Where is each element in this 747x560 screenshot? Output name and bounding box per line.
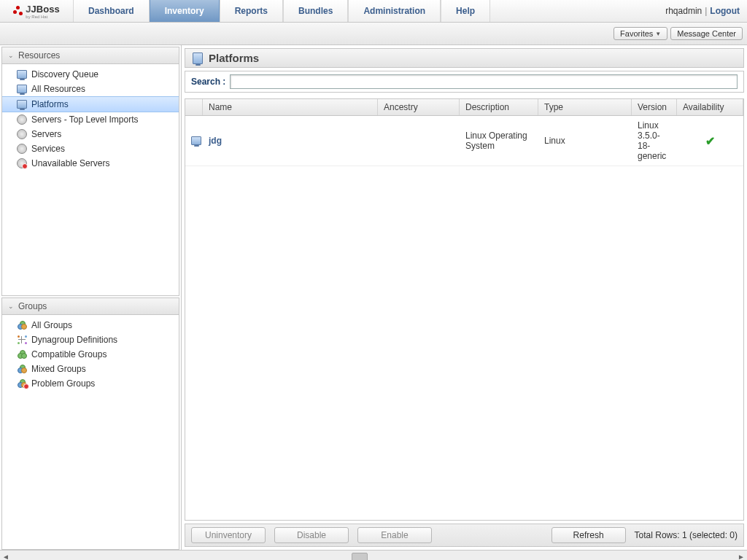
col-ancestry[interactable]: Ancestry (378, 99, 460, 115)
monitor-icon (193, 53, 203, 63)
sidebar: ⌄ Resources Discovery Queue All Resource… (0, 45, 182, 550)
resources-panel-header[interactable]: ⌄ Resources (2, 47, 179, 64)
tab-bundles[interactable]: Bundles (283, 0, 348, 22)
brand-name-text: JBoss (31, 4, 60, 15)
gear-icon (17, 114, 27, 125)
refresh-button[interactable]: Refresh (551, 527, 626, 543)
tab-help[interactable]: Help (441, 0, 490, 22)
sidebar-item-label: Dynagroup Definitions (31, 335, 117, 345)
chevron-down-icon: ⌄ (8, 303, 14, 310)
page-title: Platforms (209, 52, 259, 64)
sidebar-item-label: All Groups (31, 320, 72, 330)
col-type[interactable]: Type (538, 99, 632, 115)
resources-title: Resources (18, 50, 60, 61)
row-name-cell: jdg (203, 116, 378, 166)
sidebar-item-problem-groups[interactable]: Problem Groups (2, 376, 179, 391)
col-checkbox (185, 99, 203, 115)
groups-panel-header[interactable]: ⌄ Groups (2, 298, 179, 315)
col-version[interactable]: Version (632, 99, 677, 115)
sidebar-item-discovery-queue[interactable]: Discovery Queue (2, 67, 179, 82)
sidebar-item-servers[interactable]: Servers (2, 127, 179, 141)
tab-reports[interactable]: Reports (220, 0, 283, 22)
horizontal-scrollbar[interactable]: ◄ ► (0, 550, 747, 560)
row-availability-cell: ✔ (677, 116, 743, 166)
row-type-cell: Linux (538, 116, 632, 166)
message-center-button[interactable]: Message Center (670, 27, 743, 40)
sidebar-item-label: All Resources (31, 84, 85, 94)
resources-tree: Discovery Queue All Resources Platforms … (2, 64, 179, 174)
sidebar-item-all-groups[interactable]: All Groups (2, 318, 179, 332)
col-name[interactable]: Name (203, 99, 378, 115)
col-description[interactable]: Description (460, 99, 538, 115)
sub-toolbar: Favorites ▼ Message Center (0, 23, 747, 45)
row-count-status: Total Rows: 1 (selected: 0) (635, 530, 738, 540)
brand-subtitle: by Red Hat (26, 15, 59, 19)
table-row[interactable]: jdg Linux Operating System Linux Linux 3… (185, 116, 743, 166)
grid-header: Name Ancestry Description Type Version A… (185, 99, 743, 116)
sidebar-item-label: Servers (31, 129, 61, 139)
search-label: Search : (191, 77, 225, 87)
monitor-icon (17, 84, 27, 94)
sidebar-item-mixed-groups[interactable]: Mixed Groups (2, 362, 179, 376)
platform-link[interactable]: jdg (209, 136, 222, 146)
favorites-label: Favorites (620, 29, 653, 38)
resources-panel: ⌄ Resources Discovery Queue All Resource… (1, 47, 179, 296)
sidebar-item-servers-top-level[interactable]: Servers - Top Level Imports (2, 112, 179, 127)
disable-button[interactable]: Disable (274, 527, 349, 543)
row-version-cell: Linux 3.5.0-18-generic (632, 116, 677, 166)
col-availability[interactable]: Availability (677, 99, 743, 115)
sidebar-item-services[interactable]: Services (2, 141, 179, 156)
monitor-icon (17, 99, 27, 109)
tab-administration[interactable]: Administration (348, 0, 441, 22)
nav-tabs: Dashboard Inventory Reports Bundles Admi… (73, 0, 490, 22)
caret-down-icon: ▼ (655, 31, 661, 37)
dynagroup-icon (17, 335, 27, 345)
sidebar-item-label: Servers - Top Level Imports (31, 114, 139, 125)
groups-mixed-icon (17, 320, 27, 330)
brand-name: JJBoss (26, 4, 59, 15)
gear-alert-icon (17, 158, 27, 168)
sidebar-item-label: Platforms (31, 99, 69, 109)
monitor-icon (191, 136, 201, 146)
sidebar-item-label: Services (31, 144, 65, 154)
monitor-icon (17, 69, 27, 79)
sidebar-item-platforms[interactable]: Platforms (2, 96, 179, 112)
row-icon-cell (185, 116, 203, 166)
sidebar-item-label: Unavailable Servers (31, 158, 109, 168)
scroll-track[interactable] (12, 551, 735, 560)
sidebar-item-dynagroup[interactable]: Dynagroup Definitions (2, 332, 179, 347)
sidebar-item-unavailable-servers[interactable]: Unavailable Servers (2, 156, 179, 171)
tab-dashboard[interactable]: Dashboard (73, 0, 150, 22)
uninventory-button[interactable]: Uninventory (191, 527, 266, 543)
search-input[interactable] (230, 74, 738, 89)
chevron-down-icon: ⌄ (8, 52, 14, 59)
enable-button[interactable]: Enable (357, 527, 432, 543)
groups-panel: ⌄ Groups All Groups Dynagroup Definition… (1, 298, 179, 550)
platforms-grid: Name Ancestry Description Type Version A… (185, 98, 744, 521)
favorites-button[interactable]: Favorites ▼ (614, 27, 667, 40)
groups-tree: All Groups Dynagroup Definitions Compati… (2, 315, 179, 394)
top-nav-bar: JJBoss by Red Hat Dashboard Inventory Re… (0, 0, 747, 23)
gear-icon (17, 129, 27, 139)
groups-icon (17, 349, 27, 359)
scroll-right-icon[interactable]: ► (735, 553, 747, 561)
sidebar-item-all-resources[interactable]: All Resources (2, 82, 179, 96)
logo-dots-icon (13, 6, 23, 16)
scroll-thumb[interactable] (352, 553, 368, 560)
sidebar-item-compatible-groups[interactable]: Compatible Groups (2, 347, 179, 362)
logout-link[interactable]: Logout (710, 6, 740, 16)
sidebar-item-label: Compatible Groups (31, 349, 107, 359)
grid-body: jdg Linux Operating System Linux Linux 3… (185, 116, 743, 520)
groups-title: Groups (18, 301, 47, 311)
brand-logo: JJBoss by Red Hat (0, 0, 73, 22)
row-ancestry-cell (378, 116, 460, 166)
scroll-left-icon[interactable]: ◄ (0, 553, 12, 561)
groups-alert-icon (17, 378, 27, 389)
gear-icon (17, 144, 27, 154)
page-title-bar: Platforms (185, 48, 744, 68)
main-content: Platforms Search : Name Ancestry Descrip… (182, 45, 747, 550)
user-area: rhqadmin | Logout (665, 0, 747, 22)
tab-inventory[interactable]: Inventory (150, 0, 220, 22)
user-name: rhqadmin (665, 6, 702, 16)
search-row: Search : (185, 71, 744, 93)
